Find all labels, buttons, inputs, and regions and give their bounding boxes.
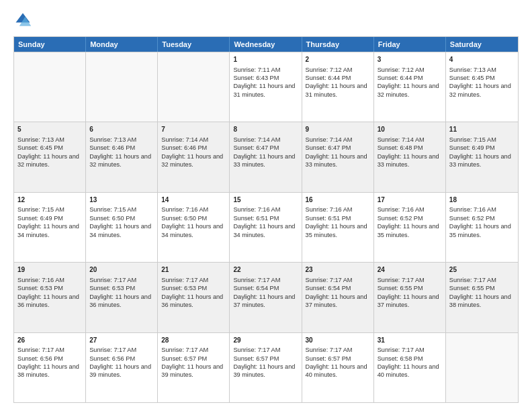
calendar-day-6: 6Sunrise: 7:13 AMSunset: 6:46 PMDaylight…: [86, 122, 158, 191]
header-day-tuesday: Tuesday: [158, 37, 230, 52]
header-day-wednesday: Wednesday: [230, 37, 302, 52]
day-info: Sunset: 6:54 PM: [306, 284, 370, 292]
calendar-week-2: 5Sunrise: 7:13 AMSunset: 6:45 PMDaylight…: [14, 122, 518, 191]
day-info: Daylight: 11 hours and 40 minutes.: [306, 363, 370, 379]
day-number: 2: [306, 55, 370, 64]
day-info: Daylight: 11 hours and 37 minutes.: [306, 293, 370, 310]
day-info: Daylight: 11 hours and 39 minutes.: [233, 363, 298, 379]
calendar-day-11: 11Sunrise: 7:15 AMSunset: 6:49 PMDayligh…: [446, 122, 518, 191]
calendar-day-9: 9Sunrise: 7:14 AMSunset: 6:47 PMDaylight…: [302, 122, 374, 191]
day-info: Sunrise: 7:15 AM: [449, 136, 515, 144]
calendar-day-26: 26Sunrise: 7:17 AMSunset: 6:56 PMDayligh…: [14, 333, 86, 402]
day-info: Daylight: 11 hours and 32 minutes.: [449, 82, 515, 99]
calendar-week-3: 12Sunrise: 7:15 AMSunset: 6:49 PMDayligh…: [14, 192, 518, 262]
calendar-day-21: 21Sunrise: 7:17 AMSunset: 6:53 PMDayligh…: [158, 263, 230, 332]
day-info: Sunset: 6:58 PM: [378, 355, 442, 363]
day-info: Sunset: 6:52 PM: [378, 214, 442, 222]
day-number: 8: [233, 125, 298, 134]
calendar-day-5: 5Sunrise: 7:13 AMSunset: 6:45 PMDaylight…: [14, 122, 86, 191]
day-info: Sunset: 6:50 PM: [89, 214, 154, 222]
day-info: Sunrise: 7:16 AM: [233, 205, 298, 214]
header-day-sunday: Sunday: [14, 37, 86, 52]
day-info: Sunrise: 7:15 AM: [89, 205, 154, 214]
day-info: Sunset: 6:44 PM: [306, 74, 370, 82]
day-number: 16: [306, 195, 370, 205]
header-day-monday: Monday: [86, 37, 158, 52]
day-info: Sunrise: 7:16 AM: [449, 205, 515, 214]
calendar-day-19: 19Sunrise: 7:16 AMSunset: 6:53 PMDayligh…: [14, 263, 86, 332]
day-info: Daylight: 11 hours and 33 minutes.: [233, 152, 298, 169]
day-number: 27: [89, 336, 154, 345]
day-number: 19: [17, 265, 82, 275]
day-info: Sunset: 6:48 PM: [378, 144, 442, 152]
day-info: Daylight: 11 hours and 37 minutes.: [378, 293, 442, 310]
day-number: 29: [233, 336, 298, 345]
day-info: Sunset: 6:51 PM: [233, 214, 298, 222]
day-info: Sunset: 6:47 PM: [233, 144, 298, 152]
day-info: Daylight: 11 hours and 34 minutes.: [233, 222, 298, 239]
calendar-day-12: 12Sunrise: 7:15 AMSunset: 6:49 PMDayligh…: [14, 193, 86, 262]
day-info: Sunrise: 7:14 AM: [306, 136, 370, 144]
page: SundayMondayTuesdayWednesdayThursdayFrid…: [0, 0, 532, 411]
day-info: Sunset: 6:43 PM: [233, 74, 298, 82]
day-info: Sunrise: 7:14 AM: [378, 136, 442, 144]
day-info: Sunset: 6:49 PM: [449, 144, 515, 152]
logo-icon: [13, 11, 32, 30]
header-day-saturday: Saturday: [446, 37, 518, 52]
day-info: Daylight: 11 hours and 36 minutes.: [89, 293, 154, 310]
day-number: 15: [233, 195, 298, 205]
calendar-cell-empty: [86, 52, 158, 122]
day-info: Sunset: 6:57 PM: [306, 355, 370, 363]
day-info: Sunset: 6:53 PM: [89, 284, 154, 292]
day-number: 5: [17, 125, 82, 134]
header-day-thursday: Thursday: [302, 37, 374, 52]
day-info: Daylight: 11 hours and 34 minutes.: [161, 222, 226, 239]
day-number: 17: [378, 195, 442, 205]
day-info: Daylight: 11 hours and 34 minutes.: [89, 222, 154, 239]
day-info: Daylight: 11 hours and 35 minutes.: [449, 222, 515, 239]
day-info: Daylight: 11 hours and 32 minutes.: [378, 82, 442, 99]
day-info: Sunrise: 7:16 AM: [378, 205, 442, 214]
day-number: 4: [449, 55, 515, 64]
day-info: Daylight: 11 hours and 35 minutes.: [306, 222, 370, 239]
day-info: Sunrise: 7:15 AM: [17, 205, 82, 214]
day-info: Sunrise: 7:17 AM: [378, 276, 442, 284]
day-info: Sunset: 6:53 PM: [17, 284, 82, 292]
day-number: 21: [161, 265, 226, 275]
day-info: Sunrise: 7:14 AM: [161, 136, 226, 144]
calendar: SundayMondayTuesdayWednesdayThursdayFrid…: [13, 36, 519, 403]
day-number: 14: [161, 195, 226, 205]
day-number: 24: [378, 265, 442, 275]
day-info: Sunset: 6:50 PM: [161, 214, 226, 222]
day-info: Sunrise: 7:17 AM: [17, 346, 82, 354]
calendar-day-22: 22Sunrise: 7:17 AMSunset: 6:54 PMDayligh…: [230, 263, 302, 332]
day-info: Daylight: 11 hours and 34 minutes.: [17, 222, 82, 239]
calendar-day-3: 3Sunrise: 7:12 AMSunset: 6:44 PMDaylight…: [374, 52, 446, 122]
day-info: Sunrise: 7:17 AM: [233, 346, 298, 354]
calendar-day-13: 13Sunrise: 7:15 AMSunset: 6:50 PMDayligh…: [86, 193, 158, 262]
calendar-day-30: 30Sunrise: 7:17 AMSunset: 6:57 PMDayligh…: [302, 333, 374, 402]
calendar-header: SundayMondayTuesdayWednesdayThursdayFrid…: [14, 37, 518, 52]
day-info: Sunset: 6:46 PM: [161, 144, 226, 152]
calendar-day-17: 17Sunrise: 7:16 AMSunset: 6:52 PMDayligh…: [374, 193, 446, 262]
calendar-day-7: 7Sunrise: 7:14 AMSunset: 6:46 PMDaylight…: [158, 122, 230, 191]
day-info: Sunrise: 7:16 AM: [306, 205, 370, 214]
day-number: 22: [233, 265, 298, 275]
day-info: Sunset: 6:56 PM: [17, 355, 82, 363]
calendar-day-15: 15Sunrise: 7:16 AMSunset: 6:51 PMDayligh…: [230, 193, 302, 262]
day-info: Sunrise: 7:17 AM: [378, 346, 442, 354]
day-info: Daylight: 11 hours and 32 minutes.: [161, 152, 226, 169]
day-number: 31: [378, 336, 442, 345]
day-info: Sunrise: 7:11 AM: [233, 66, 298, 74]
day-number: 3: [378, 55, 442, 64]
day-number: 18: [449, 195, 515, 205]
calendar-day-4: 4Sunrise: 7:13 AMSunset: 6:45 PMDaylight…: [446, 52, 518, 122]
day-info: Sunrise: 7:16 AM: [161, 205, 226, 214]
calendar-day-2: 2Sunrise: 7:12 AMSunset: 6:44 PMDaylight…: [302, 52, 374, 122]
day-info: Sunset: 6:52 PM: [449, 214, 515, 222]
day-number: 9: [306, 125, 370, 134]
day-info: Sunrise: 7:12 AM: [306, 66, 370, 74]
day-info: Sunrise: 7:17 AM: [306, 276, 370, 284]
day-info: Sunset: 6:44 PM: [378, 74, 442, 82]
day-info: Sunrise: 7:12 AM: [378, 66, 442, 74]
